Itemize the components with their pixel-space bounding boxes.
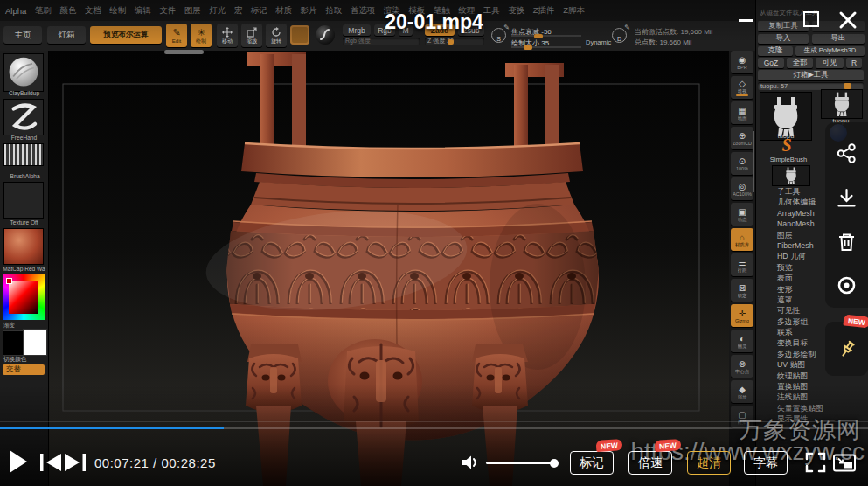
shelf-toggle-3[interactable]: ⊕ZoomCD: [731, 127, 753, 149]
color-picker-inner[interactable]: [9, 281, 38, 314]
draw-size-slider[interactable]: [511, 46, 581, 48]
simplebrush-s-icon: S: [781, 135, 791, 155]
current-material-thumbnail[interactable]: [3, 228, 44, 265]
speed-button[interactable]: 倍速: [628, 451, 672, 475]
shelf-toggle-5[interactable]: ◎AC100%: [731, 177, 753, 200]
shelf-label-8: 行距: [738, 267, 747, 273]
brush-name-label: ClayBuildup: [0, 90, 48, 96]
goz-button[interactable]: GoZ: [758, 58, 784, 68]
alpha-name-label: -BrushAlpha: [0, 173, 48, 179]
shelf-label-5: AC100%: [733, 191, 752, 197]
time-display: 00:07:21 / 00:28:25: [94, 455, 216, 470]
download-icon[interactable]: [837, 188, 857, 208]
fullscreen-icon[interactable]: [805, 452, 826, 473]
trash-icon[interactable]: [837, 232, 857, 252]
color-picker-marker: [6, 278, 12, 284]
shelf-icon-7: ⌂: [740, 233, 745, 242]
shelf-toggle-11[interactable]: ◐幽灵: [731, 330, 753, 352]
current-stroke-thumbnail[interactable]: [3, 99, 44, 135]
shelf-icon-1: ◇: [739, 79, 746, 88]
shelf-label-10: Gizmo: [735, 318, 749, 323]
recent-tool-thumbnail[interactable]: [821, 89, 863, 119]
make-polymesh3d-button[interactable]: 生成 PolyMesh3D: [795, 46, 865, 57]
video-player-window: Alpha笔刷颜色文档绘制编辑文件图层灯光宏标记材质影片拾取首选项渲染模板笔触纹…: [0, 0, 868, 486]
swap-colors-button[interactable]: 交替: [3, 364, 45, 375]
speed-new-badge: NEW: [655, 439, 682, 452]
stroke-name-label: FreeHand: [0, 135, 48, 141]
lightbox-tool-button[interactable]: 灯箱▶工具: [758, 70, 864, 80]
maximize-button[interactable]: [803, 11, 819, 27]
volume-slider-handle[interactable]: [550, 459, 559, 468]
shelf-icon-2: ▦: [738, 106, 746, 115]
volume-icon[interactable]: [461, 453, 480, 472]
shelf-label-6: 动态: [738, 217, 747, 222]
shelf-label-9: 锁定: [738, 293, 747, 298]
shelf-mini-slider[interactable]: [736, 94, 748, 96]
freehand-stroke-icon: [4, 100, 43, 135]
shelf-label-11: 幽灵: [738, 344, 747, 349]
miniplayer-icon[interactable]: [833, 454, 856, 472]
shelf-toggle-9[interactable]: ⊠锁定: [731, 279, 753, 302]
previous-episode-button[interactable]: [40, 454, 61, 471]
shelf-toggle-4[interactable]: ⊙100%: [731, 152, 753, 175]
shelf-scrollbar[interactable]: [753, 131, 754, 192]
switch-color-label: 切换颜色: [0, 356, 52, 364]
minimize-button[interactable]: [739, 19, 753, 22]
shelf-label-12: 中心点: [735, 369, 750, 374]
shelf-icon-9: ⊠: [739, 283, 746, 293]
shelf-label-0: BPR: [737, 65, 746, 70]
current-texture-thumbnail[interactable]: [3, 182, 44, 219]
goz-all-button[interactable]: 全部: [787, 58, 813, 68]
mark-new-badge: NEW: [596, 439, 623, 452]
video-progress-bar[interactable]: [0, 427, 868, 429]
quality-button[interactable]: 超清: [687, 451, 731, 475]
shelf-icon-0: ◉: [739, 55, 746, 65]
record-icon[interactable]: [837, 275, 857, 295]
subtitle-button[interactable]: 字幕: [744, 451, 788, 475]
play-button[interactable]: [9, 449, 28, 474]
side-action-panel: [825, 122, 868, 308]
current-alpha-thumbnail[interactable]: [3, 143, 44, 166]
ding-tool-icon: [767, 96, 804, 136]
canvas-scrollbar[interactable]: [164, 50, 204, 54]
shelf-toggle-8[interactable]: ☰行距: [731, 253, 753, 276]
shelf-toggle-10[interactable]: ✛Gizmo: [731, 304, 753, 327]
shelf-toggle-2[interactable]: ▦地面: [731, 101, 753, 124]
ding-tool-icon: [830, 92, 853, 116]
current-brush-thumbnail[interactable]: [3, 53, 44, 92]
next-episode-button[interactable]: [65, 454, 86, 471]
goz-r-button[interactable]: R: [846, 58, 862, 68]
material-name-label: MatCap Red Wa: [0, 266, 48, 272]
goz-visible-button[interactable]: 可见: [816, 58, 844, 68]
volume-slider[interactable]: [486, 462, 554, 464]
shelf-icon-11: ◐: [740, 334, 745, 344]
tool-name-slider-handle[interactable]: [844, 83, 851, 89]
shelf-label-1: 透视: [738, 88, 747, 94]
mark-button[interactable]: 标记: [570, 451, 614, 475]
shelf-icon-4: ⊙: [739, 156, 746, 166]
share-icon[interactable]: [837, 143, 857, 163]
shelf-toggle-12[interactable]: ⊗中心点: [731, 355, 753, 378]
video-title: 20-01.mp4: [0, 10, 868, 34]
canvas-bottom-edge: [0, 421, 868, 422]
clone-button[interactable]: 克隆: [758, 46, 793, 57]
secondary-color-swatch[interactable]: [23, 329, 47, 356]
shelf-toggle-6[interactable]: ▣动态: [731, 203, 753, 226]
ding-tool-icon: [783, 167, 799, 184]
shelf-label-4: 100%: [736, 166, 748, 171]
texture-name-label: Texture Off: [0, 219, 48, 226]
color-picker[interactable]: [3, 274, 45, 320]
shelf-icon-3: ⊕: [739, 131, 746, 141]
active-tool-thumbnail[interactable]: tuopu: [760, 92, 812, 141]
shelf-toggle-7[interactable]: ⌂材质库: [731, 228, 753, 251]
close-button[interactable]: [838, 10, 858, 30]
simplebrush-tool-thumbnail[interactable]: S: [761, 136, 812, 156]
pin-panel: NEW: [825, 322, 868, 376]
shelf-toggle-1[interactable]: ◇透视: [731, 76, 753, 99]
main-color-swatch[interactable]: [3, 330, 24, 356]
pin-icon[interactable]: [837, 339, 858, 360]
tool-thumbnail[interactable]: [772, 165, 810, 186]
shelf-label-3: ZoomCD: [733, 141, 752, 146]
draw-size-handle[interactable]: [524, 45, 532, 50]
shelf-toggle-0[interactable]: ◉BPR: [731, 51, 753, 73]
